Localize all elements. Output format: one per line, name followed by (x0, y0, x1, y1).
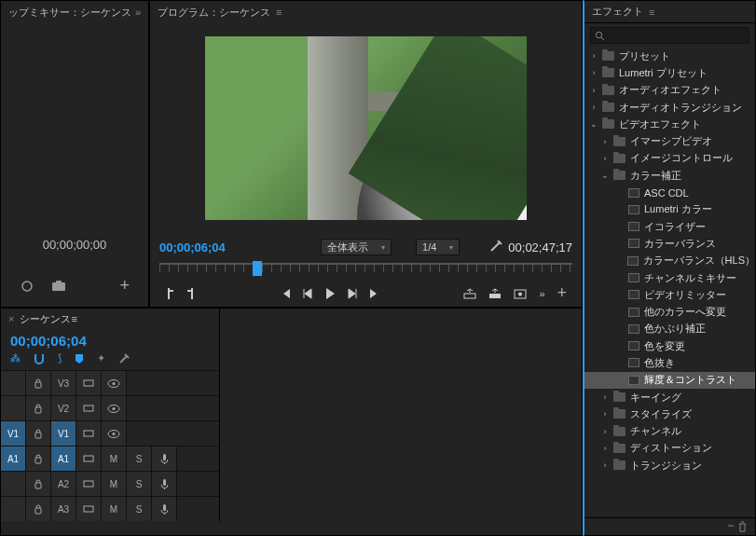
chevron-right-icon[interactable]: › (590, 68, 598, 77)
mute-button[interactable]: M (102, 497, 127, 521)
lock-icon[interactable] (26, 447, 51, 471)
delete-icon[interactable] (737, 521, 748, 532)
timeline-ruler[interactable]: ;00;0000;00;16;0000;00;32;0000;00;48;00 (1, 521, 582, 536)
solo-button[interactable]: S (127, 497, 152, 521)
tree-effect[interactable]: 他のカラーへ変更 (584, 303, 755, 320)
tree-folder[interactable]: ⌄ビデオエフェクト (584, 116, 755, 132)
solo-button[interactable]: S (127, 472, 152, 496)
magnet-icon[interactable] (34, 353, 45, 364)
track-target[interactable]: A1 (51, 447, 76, 471)
tree-effect[interactable]: カラーバランス (584, 235, 755, 252)
mark-in-icon[interactable] (165, 287, 174, 300)
wrench-icon[interactable] (118, 353, 130, 364)
record-icon[interactable] (20, 279, 34, 294)
tree-effect[interactable]: 色を変更 (584, 337, 755, 354)
mute-button[interactable]: M (102, 447, 127, 471)
source-patch[interactable] (1, 472, 26, 496)
voice-over-icon[interactable] (152, 447, 177, 471)
panel-menu-icon[interactable]: ≡ (276, 7, 282, 18)
chevron-down-icon[interactable]: ⌄ (590, 119, 598, 129)
track-target[interactable]: V2 (51, 396, 76, 420)
marker-icon[interactable] (75, 353, 84, 364)
chevron-right-icon[interactable]: › (601, 460, 609, 470)
close-icon[interactable]: × (8, 313, 14, 324)
track-output-icon[interactable] (76, 396, 102, 420)
chevron-right-icon[interactable]: › (601, 392, 609, 402)
tree-effect[interactable]: 色抜き (584, 354, 755, 371)
resolution-dropdown[interactable]: 1/4 ▾ (416, 239, 460, 255)
fit-dropdown[interactable]: 全体表示 ▾ (321, 239, 392, 255)
go-to-in-icon[interactable] (280, 288, 291, 299)
settings-icon[interactable]: ✦ (97, 352, 105, 364)
chevron-right-icon[interactable]: › (601, 137, 609, 146)
tree-effect[interactable]: ビデオリミッター (584, 286, 755, 303)
add-button[interactable]: + (119, 276, 130, 295)
effects-tree[interactable]: ›プリセット›Lumetri プリセット›オーディオエフェクト›オーディオトラン… (584, 48, 755, 517)
linked-selection-icon[interactable]: ⟆ (58, 352, 62, 364)
source-patch[interactable]: A1 (1, 447, 26, 471)
tree-effect[interactable]: 色かぶり補正 (584, 321, 755, 337)
lock-icon[interactable] (26, 472, 51, 496)
chevron-down-icon[interactable]: ⌄ (601, 171, 609, 180)
tree-folder[interactable]: ›トランジション (584, 457, 755, 474)
add-button[interactable]: + (557, 283, 568, 303)
lift-icon[interactable] (463, 288, 476, 299)
source-patch[interactable] (1, 497, 26, 521)
mark-out-icon[interactable] (186, 287, 196, 300)
effects-search-input[interactable] (590, 27, 749, 44)
tree-folder[interactable]: ›オーディオエフェクト (584, 82, 755, 99)
play-icon[interactable] (324, 287, 336, 300)
chevron-right-icon[interactable]: › (590, 86, 598, 95)
program-monitor[interactable] (150, 23, 582, 233)
lock-icon[interactable] (26, 396, 51, 420)
export-frame-icon[interactable] (514, 288, 527, 299)
track-target[interactable]: A2 (51, 472, 76, 496)
lock-icon[interactable] (26, 497, 51, 521)
eye-icon[interactable] (102, 371, 127, 395)
tree-folder[interactable]: ›スタイライズ (584, 405, 755, 422)
tree-effect[interactable]: 輝度＆コントラスト (584, 372, 755, 389)
timeline-timecode[interactable]: 00;00;06;04 (1, 329, 219, 350)
extract-icon[interactable] (488, 288, 502, 299)
track-target[interactable]: V1 (51, 421, 76, 446)
lock-icon[interactable] (26, 371, 51, 395)
tree-effect[interactable]: チャンネルミキサー (584, 269, 755, 286)
track-output-icon[interactable] (76, 497, 102, 521)
chevron-right-icon[interactable]: › (590, 51, 598, 61)
step-forward-icon[interactable] (348, 288, 357, 299)
settings-icon[interactable] (489, 241, 502, 254)
source-patch[interactable]: V1 (1, 421, 26, 446)
chevron-right-icon[interactable]: » (135, 7, 141, 18)
program-scrubber[interactable] (159, 261, 572, 282)
voice-over-icon[interactable] (152, 497, 177, 521)
eye-icon[interactable] (102, 396, 127, 420)
source-patch[interactable] (1, 396, 26, 420)
tree-folder[interactable]: ›イメージコントロール (584, 150, 755, 167)
track-output-icon[interactable] (76, 421, 102, 446)
panel-menu-icon[interactable]: ≡ (71, 313, 76, 324)
step-back-icon[interactable] (303, 288, 312, 299)
go-to-out-icon[interactable] (369, 288, 380, 299)
chevron-right-icon[interactable]: › (590, 103, 598, 112)
track-output-icon[interactable] (76, 472, 102, 496)
lock-icon[interactable] (26, 421, 51, 446)
sequence-title[interactable]: シーケンス (20, 312, 71, 326)
tree-folder[interactable]: ⌄カラー補正 (584, 167, 755, 184)
tree-folder[interactable]: ›イマーシブビデオ (584, 132, 755, 149)
tree-effect[interactable]: Lumetri カラー (584, 201, 755, 218)
track-output-icon[interactable] (76, 371, 102, 395)
panel-menu-icon[interactable]: ≡ (649, 7, 654, 18)
track-target[interactable]: A3 (51, 497, 76, 521)
more-icon[interactable]: » (539, 288, 544, 299)
track-target[interactable]: V3 (51, 371, 76, 395)
camera-icon[interactable] (51, 279, 66, 294)
solo-button[interactable]: S (127, 447, 152, 471)
tree-effect[interactable]: ASC CDL (584, 184, 755, 200)
eye-icon[interactable] (102, 421, 127, 446)
timeline-clips-area[interactable]: ;00;0000;00;16;0000;00;32;0000;00;48;00 … (1, 521, 582, 536)
tree-effect[interactable]: イコライザー (584, 218, 755, 235)
tree-folder[interactable]: ›オーディオトランジション (584, 99, 755, 116)
snap-icon[interactable]: ⁂ (10, 352, 21, 364)
tree-folder[interactable]: ›ディストーション (584, 440, 755, 457)
chevron-right-icon[interactable]: › (601, 409, 609, 419)
